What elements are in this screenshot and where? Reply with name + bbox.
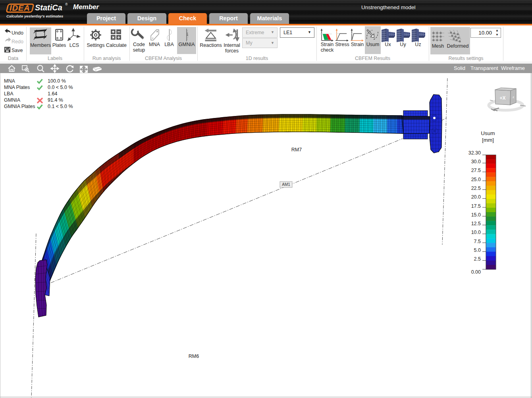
svg-text:2.5: 2.5 [474, 256, 481, 262]
svg-text:32.30: 32.30 [468, 150, 481, 156]
svg-text:5.0: 5.0 [474, 247, 481, 253]
svg-text:AM1: AM1 [282, 182, 290, 187]
svg-text:10.0: 10.0 [471, 230, 481, 235]
svg-text:MNA Plates: MNA Plates [4, 85, 30, 90]
svg-text:LBA: LBA [4, 91, 13, 97]
svg-text:z: z [513, 95, 514, 99]
svg-text:Usum: Usum [481, 130, 495, 136]
svg-text:MNA: MNA [4, 78, 15, 84]
svg-text:1.64: 1.64 [48, 91, 57, 97]
svg-text:GMNIA Plates: GMNIA Plates [4, 104, 35, 109]
svg-text:100.0 %: 100.0 % [48, 78, 66, 84]
svg-text:7.5: 7.5 [474, 239, 481, 244]
svg-text:25.0: 25.0 [471, 177, 481, 182]
svg-text:27.5: 27.5 [471, 168, 481, 173]
svg-text:+X: +X [499, 95, 505, 101]
svg-text:12.5: 12.5 [471, 221, 481, 226]
svg-text:15.0: 15.0 [471, 212, 481, 218]
svg-text:[mm]: [mm] [482, 137, 494, 143]
svg-text:RM6: RM6 [189, 354, 199, 359]
svg-text:GMNIA: GMNIA [4, 97, 21, 103]
svg-text:20.0: 20.0 [471, 194, 481, 200]
svg-text:17.5: 17.5 [471, 203, 481, 209]
svg-text:91.4 %: 91.4 % [48, 97, 63, 103]
svg-text:RM7: RM7 [291, 147, 302, 153]
svg-text:30.0: 30.0 [471, 159, 481, 164]
svg-text:0.0 < 5.0 %: 0.0 < 5.0 % [48, 85, 73, 90]
svg-text:0.1 < 5.0 %: 0.1 < 5.0 % [48, 104, 73, 109]
svg-text:0.00: 0.00 [471, 269, 481, 275]
svg-text:22.5: 22.5 [471, 185, 481, 191]
